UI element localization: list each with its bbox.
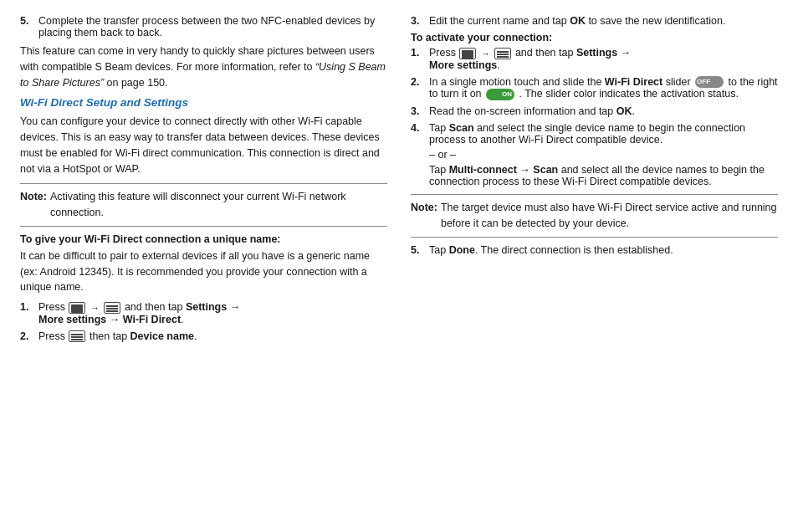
toggle-on-icon (486, 89, 514, 100)
note-label-left: Note: (20, 189, 47, 221)
act-step1-num: 1. (411, 47, 426, 71)
act-step2-mid: slider (662, 76, 690, 88)
left-step2-num: 2. (20, 330, 35, 343)
unique-name-subheading: To give your Wi-Fi Direct connection a u… (20, 233, 387, 245)
act-step1-period: . (497, 59, 499, 71)
right-column: 3. Edit the current name and tap OK to s… (411, 15, 778, 517)
act-step3-content: Read the on-screen information and tap O… (429, 105, 778, 117)
left-step2-then: then tap (90, 330, 130, 342)
act-step2-content: In a single motion touch and slide the W… (429, 76, 778, 100)
act-step4-multi-pre: Tap (429, 164, 449, 176)
act-step1-settings: Settings (576, 47, 617, 59)
act-step2-pre: In a single motion touch and slide the (429, 76, 605, 88)
act-step4-scan2: Scan (533, 164, 558, 176)
act-step4-content: Tap Scan and select the single device na… (429, 122, 778, 187)
act-step4-scan: Scan (449, 122, 474, 134)
left-step1: 1. Press → and then tap Settings → More … (20, 301, 387, 325)
right-step5-content: Tap Done. The direct connection is then … (429, 244, 778, 256)
right-step5-done: Done (449, 244, 475, 256)
content-columns: 5. Complete the transfer process between… (0, 0, 798, 532)
arrow-icon-step1: → (90, 303, 100, 313)
section-heading-wifidirect: Wi-Fi Direct Setup and Settings (20, 96, 387, 109)
step-5-num: 5. (20, 15, 35, 38)
right-step3-post: to save the new identification. (586, 15, 725, 27)
home-icon-step1 (69, 302, 85, 314)
left-step2-pre: Press (38, 330, 65, 342)
right-step5-num: 5. (411, 244, 426, 256)
left-step1-pre: Press (38, 301, 65, 313)
act-step3-ok: OK (616, 105, 632, 117)
act-step4-arrow: → (517, 164, 533, 176)
home-icon-act1 (459, 48, 476, 59)
act-step4-num: 4. (411, 122, 426, 187)
act-step3-pre: Read the on-screen information and tap (429, 105, 616, 117)
left-step2-period: . (194, 330, 197, 342)
act-step2-num: 2. (411, 76, 426, 100)
left-step1-settings: Settings (186, 301, 227, 313)
intro-paragraph: This feature can come in very handy to q… (20, 43, 387, 90)
act-step4: 4. Tap Scan and select the single device… (411, 122, 778, 187)
arrow-icon-act1: → (481, 49, 490, 59)
left-step1-wifidirect: Wi-Fi Direct (123, 314, 181, 325)
activate-heading: To activate your connection: (411, 32, 778, 43)
note-block-right: Note: The target device must also have W… (411, 194, 778, 238)
act-step4-mid: and select the single device name to beg… (429, 122, 745, 146)
act-step2-post: . The slider color indicates the activat… (519, 88, 739, 100)
section-para: You can configure your device to connect… (20, 114, 387, 176)
left-step1-num: 1. (20, 301, 35, 325)
menu-icon-step1 (104, 302, 120, 314)
step-5-text: Complete the transfer process between th… (38, 15, 387, 38)
act-step3-num: 3. (411, 105, 426, 117)
page-wrapper: 5. Complete the transfer process between… (0, 0, 798, 532)
left-column: 5. Complete the transfer process between… (20, 15, 387, 517)
act-step3-period: . (632, 105, 635, 117)
left-step1-arrow2: → (106, 314, 122, 325)
menu-icon-step2 (69, 330, 85, 342)
right-step3-content: Edit the current name and tap OK to save… (429, 15, 778, 27)
act-step1-more: More settings (429, 59, 497, 71)
act-step1-pre: Press (429, 47, 456, 59)
act-step1-mid: and then tap (515, 47, 576, 59)
act-step4-pre: Tap (429, 122, 449, 134)
act-step2: 2. In a single motion touch and slide th… (411, 76, 778, 100)
act-step1-content: Press → and then tap Settings → More set… (429, 47, 778, 71)
step-5-nfc: 5. Complete the transfer process between… (20, 15, 387, 38)
menu-icon-act1 (494, 48, 511, 59)
left-step1-more: More settings (38, 314, 106, 325)
note-text-left: Activating this feature will disconnect … (50, 189, 387, 221)
or-line: – or – (429, 149, 778, 161)
note-text-right: The target device must also have Wi-Fi D… (441, 200, 778, 232)
right-step3: 3. Edit the current name and tap OK to s… (411, 15, 778, 27)
left-step2-device: Device name (130, 330, 194, 342)
unique-name-para: It can be difficult to pair to external … (20, 248, 387, 295)
note-label-right: Note: (411, 200, 437, 232)
act-step1: 1. Press → and then tap Settings → More … (411, 47, 778, 71)
intro-end: on page 150. (104, 77, 167, 89)
left-step1-mid: and then tap (125, 301, 186, 313)
left-step2-content: Press then tap Device name. (38, 330, 387, 343)
right-step5-pre: Tap (429, 244, 449, 256)
left-step1-arrow: → (227, 301, 240, 313)
or-text: – or – (429, 149, 456, 161)
left-step1-content: Press → and then tap Settings → More set… (38, 301, 387, 325)
act-step1-arrow: → (617, 47, 631, 59)
toggle-off-icon (695, 76, 724, 88)
right-step3-ok: OK (570, 15, 586, 27)
right-step5-post: . The direct connection is then establis… (475, 244, 673, 256)
right-step3-pre: Edit the current name and tap (429, 15, 570, 27)
act-step2-bold: Wi-Fi Direct (605, 76, 662, 88)
act-step3: 3. Read the on-screen information and ta… (411, 105, 778, 117)
left-step1-period: . (181, 314, 183, 325)
left-step2: 2. Press then tap Device name. (20, 330, 387, 343)
right-step3-num: 3. (411, 15, 426, 27)
right-step5: 5. Tap Done. The direct connection is th… (411, 244, 778, 256)
note-block-left: Note: Activating this feature will disco… (20, 183, 387, 227)
act-step4-multi: Multi-connect (449, 164, 517, 176)
